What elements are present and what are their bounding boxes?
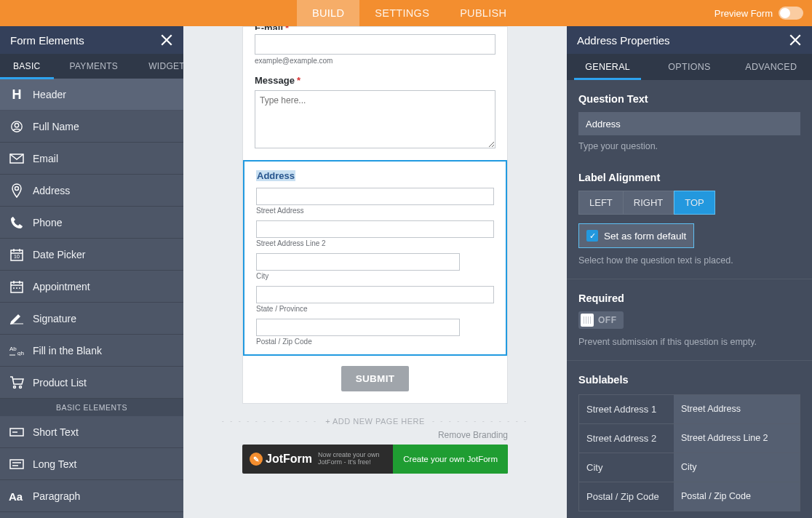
tab-settings[interactable]: SETTINGS	[359, 0, 445, 26]
svg-text:H: H	[12, 87, 21, 102]
svg-point-14	[19, 386, 21, 388]
section-basic-elements: BASIC ELEMENTS	[0, 399, 183, 416]
sublabel-value[interactable]: Street Address	[674, 395, 800, 423]
street1-input[interactable]	[256, 188, 494, 205]
sublabel-key: Postal / Zip Code	[579, 482, 674, 511]
label-alignment-group: LEFT RIGHT TOP	[578, 191, 800, 215]
dash-right: - - - - - - - - - - - -	[432, 418, 528, 425]
phone-icon	[0, 216, 33, 229]
message-textarea[interactable]	[255, 90, 495, 148]
header-icon: H	[0, 87, 33, 102]
element-short-text[interactable]: Short Text	[0, 416, 183, 448]
question-text-label: Question Text	[578, 93, 800, 105]
element-email[interactable]: Email	[0, 143, 183, 175]
preview-toggle[interactable]	[779, 7, 803, 20]
rtab-advanced[interactable]: ADVANCED	[731, 54, 812, 80]
form-elements-panel: Form Elements BASIC PAYMENTS WIDGETS H H…	[0, 26, 183, 518]
question-text-hint: Type your question.	[578, 141, 800, 151]
svg-point-8	[13, 287, 15, 289]
element-label: Header	[33, 89, 66, 100]
question-text-input[interactable]	[578, 112, 800, 135]
element-address[interactable]: Address	[0, 175, 183, 207]
set-default-checkbox[interactable]: ✓ Set as form default	[578, 223, 694, 248]
align-top[interactable]: TOP	[674, 191, 715, 215]
pen-icon	[0, 313, 33, 324]
field-email-label: E-mail*	[255, 26, 495, 30]
banner-cta-button[interactable]: Create your own JotForm	[393, 445, 508, 474]
postal-sublabel: Postal / Zip Code	[256, 338, 494, 346]
element-fill-blank[interactable]: Abgh Fill in the Blank	[0, 335, 183, 367]
state-input[interactable]	[256, 286, 494, 303]
banner-tagline: Now create your own JotForm - It's free!	[318, 452, 386, 466]
sublabel-value[interactable]: Postal / Zip Code	[674, 482, 800, 511]
properties-panel: Address Properties GENERAL OPTIONS ADVAN…	[567, 26, 812, 518]
email-input[interactable]	[255, 34, 495, 55]
address-block-selected[interactable]: Address Street Address Street Address Li…	[243, 160, 507, 356]
long-text-icon	[0, 459, 33, 469]
submit-button[interactable]: SUBMIT	[341, 366, 410, 391]
svg-rect-16	[10, 460, 23, 469]
user-icon	[0, 120, 33, 133]
sublabel-value[interactable]: Street Address Line 2	[674, 424, 800, 453]
postal-input[interactable]	[256, 319, 460, 336]
element-long-text[interactable]: Long Text	[0, 448, 183, 480]
short-text-icon	[0, 428, 33, 437]
left-tab-payments[interactable]: PAYMENTS	[54, 54, 135, 79]
element-header[interactable]: H Header	[0, 79, 183, 111]
align-left[interactable]: LEFT	[578, 191, 624, 215]
element-appointment[interactable]: Appointment	[0, 271, 183, 303]
city-input[interactable]	[256, 253, 460, 271]
element-label: Product List	[33, 377, 87, 388]
element-label: Phone	[33, 217, 62, 228]
tab-publish[interactable]: PUBLISH	[445, 0, 522, 26]
element-label: Full Name	[33, 121, 79, 132]
align-right[interactable]: RIGHT	[624, 191, 674, 215]
element-full-name[interactable]: Full Name	[0, 111, 183, 143]
svg-point-13	[13, 386, 15, 388]
blank-icon: Abgh	[0, 346, 33, 356]
sublabels-label: Sublabels	[578, 374, 800, 386]
svg-text:Aa: Aa	[9, 490, 23, 502]
element-label: Short Text	[33, 426, 79, 438]
element-label: Long Text	[33, 458, 76, 470]
rtab-general[interactable]: GENERAL	[567, 54, 648, 80]
element-label: Date Picker	[33, 249, 85, 260]
calendar-icon: 10	[0, 248, 33, 261]
form-elements-title: Form Elements	[10, 34, 84, 47]
element-product-list[interactable]: Product List	[0, 367, 183, 399]
svg-text:Ab: Ab	[9, 346, 17, 352]
element-label: Signature	[33, 313, 76, 324]
element-label: Appointment	[33, 281, 90, 292]
pencil-icon: ✎	[250, 453, 263, 466]
element-signature[interactable]: Signature	[0, 303, 183, 335]
state-sublabel: State / Province	[256, 305, 494, 313]
street2-input[interactable]	[256, 220, 494, 238]
sublabel-key: Street Address 1	[579, 395, 674, 423]
street2-sublabel: Street Address Line 2	[256, 239, 494, 247]
properties-title: Address Properties	[577, 34, 670, 47]
jotform-banner: ✎JotForm Now create your own JotForm - I…	[242, 445, 508, 474]
cart-icon	[0, 376, 33, 389]
sublabel-value[interactable]: City	[674, 453, 800, 482]
required-label: Required	[578, 292, 800, 304]
sublabels-table: Street Address 1Street Address Street Ad…	[578, 394, 800, 511]
rtab-options[interactable]: OPTIONS	[648, 54, 730, 80]
element-paragraph[interactable]: Aa Paragraph	[0, 480, 183, 512]
required-toggle[interactable]: OFF	[578, 311, 624, 329]
align-hint: Select how the question text is placed.	[578, 255, 800, 266]
element-date-picker[interactable]: 10 Date Picker	[0, 239, 183, 271]
left-tab-basic[interactable]: BASIC	[0, 54, 54, 79]
element-phone[interactable]: Phone	[0, 207, 183, 239]
svg-text:10: 10	[14, 254, 20, 259]
topbar: BUILD SETTINGS PUBLISH Preview Form	[0, 0, 812, 26]
label-alignment-label: Label Alignment	[578, 172, 800, 183]
add-new-page[interactable]: - - - - - - - - - - - - + ADD NEW PAGE H…	[222, 417, 529, 426]
remove-branding-link[interactable]: Remove Branding	[242, 430, 508, 440]
close-icon[interactable]	[789, 33, 802, 47]
city-sublabel: City	[256, 272, 494, 280]
tab-build[interactable]: BUILD	[297, 0, 359, 26]
address-label: Address	[256, 170, 295, 181]
close-icon[interactable]	[160, 33, 173, 47]
svg-point-2	[15, 123, 18, 127]
banner-logo: ✎JotForm	[250, 453, 312, 466]
